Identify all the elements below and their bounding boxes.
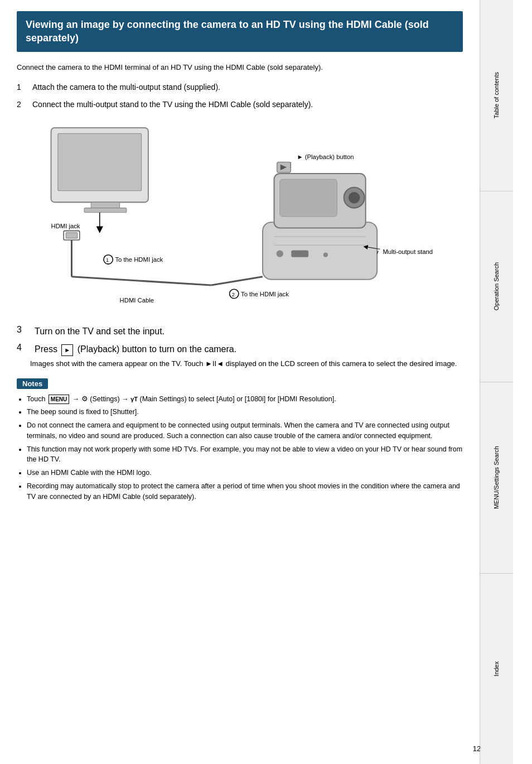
playback-button-icon: ► (61, 344, 73, 356)
svg-line-9 (71, 277, 211, 285)
svg-text:1: 1 (106, 257, 109, 263)
note-5: Use an HDMI Cable with the HDMI logo. (27, 468, 463, 478)
svg-rect-20 (280, 179, 337, 217)
step-1-number: 1 (17, 81, 28, 93)
svg-line-30 (211, 277, 263, 285)
svg-point-16 (277, 251, 283, 257)
svg-point-18 (323, 253, 328, 257)
svg-rect-3 (84, 208, 127, 213)
page-wrapper: Viewing an image by connecting the camer… (0, 0, 532, 764)
step-1: 1 Attach the camera to the multi-output … (17, 81, 463, 93)
svg-text:HDMI jack: HDMI jack (51, 223, 80, 229)
step-2-text: Connect the multi-output stand to the TV… (32, 99, 313, 110)
sidebar-tab-operation-label: Operation Search (492, 262, 500, 310)
step-4-subtext: Images shot with the camera appear on th… (30, 358, 463, 369)
notes-header: Notes (17, 378, 48, 389)
step-1-text: Attach the camera to the multi-output st… (32, 81, 220, 93)
svg-text:To the HDMI jack: To the HDMI jack (241, 291, 289, 297)
step-3-number: 3 (17, 325, 30, 335)
svg-rect-1 (58, 133, 142, 191)
step-4-text-after: (Playback) button to turn on the camera. (78, 344, 236, 354)
step-4-text: Press ► (Playback) button to turn on the… (35, 343, 236, 356)
sidebar-tab-toc-label: Table of contents (492, 72, 500, 118)
note-2: The beep sound is fixed to [Shutter]. (27, 407, 463, 417)
note-4: This function may not work properly with… (27, 444, 463, 465)
svg-rect-6 (66, 233, 78, 238)
sidebar-tab-toc[interactable]: Table of contents (480, 0, 513, 191)
sidebar-tab-menu[interactable]: MENU/Settings Search (480, 382, 513, 574)
step-2: 2 Connect the multi-output stand to the … (17, 99, 463, 110)
title-box: Viewing an image by connecting the camer… (17, 11, 463, 52)
step-3-text: Turn on the TV and set the input. (35, 325, 165, 338)
menu-icon: MENU (49, 395, 69, 404)
note-3: Do not connect the camera and equipment … (27, 420, 463, 441)
steps-list: 1 Attach the camera to the multi-output … (17, 81, 463, 110)
step-4: 4 Press ► (Playback) button to turn on t… (17, 343, 463, 356)
diagram-svg: HDMI jack 1 To the HDMI jack (17, 122, 463, 311)
note-1: Touch MENU → ⚙ (Settings) → γT (Main Set… (27, 393, 463, 405)
svg-text:HDMI Cable: HDMI Cable (120, 297, 154, 304)
sidebar-tab-index-label: Index (492, 661, 500, 676)
svg-rect-17 (291, 251, 308, 257)
step-2-number: 2 (17, 99, 28, 110)
diagram-area: HDMI jack 1 To the HDMI jack (17, 122, 463, 311)
sidebar-tab-menu-label: MENU/Settings Search (492, 446, 500, 509)
sidebar: Table of contents Operation Search MENU/… (480, 0, 513, 764)
svg-rect-2 (91, 202, 119, 208)
step-3: 3 Turn on the TV and set the input. (17, 325, 463, 338)
svg-point-22 (349, 192, 360, 204)
intro-text: Connect the camera to the HDMI terminal … (17, 62, 463, 73)
main-content: Viewing an image by connecting the camer… (0, 0, 480, 764)
svg-text:To the HDMI jack: To the HDMI jack (115, 256, 163, 263)
notes-section: Notes Touch MENU → ⚙ (Settings) → γT (Ma… (17, 378, 463, 502)
notes-list: Touch MENU → ⚙ (Settings) → γT (Main Set… (17, 393, 463, 502)
sidebar-tab-index[interactable]: Index (480, 574, 513, 765)
step-4-number: 4 (17, 343, 30, 353)
svg-text:► (Playback) button: ► (Playback) button (297, 154, 354, 161)
step-4-text-before: Press (35, 344, 57, 354)
svg-text:Multi-output stand: Multi-output stand (383, 248, 433, 255)
page-title: Viewing an image by connecting the camer… (26, 18, 454, 45)
note-6: Recording may automatically stop to prot… (27, 481, 463, 502)
sidebar-tab-operation[interactable]: Operation Search (480, 191, 513, 383)
svg-text:2: 2 (232, 292, 235, 297)
